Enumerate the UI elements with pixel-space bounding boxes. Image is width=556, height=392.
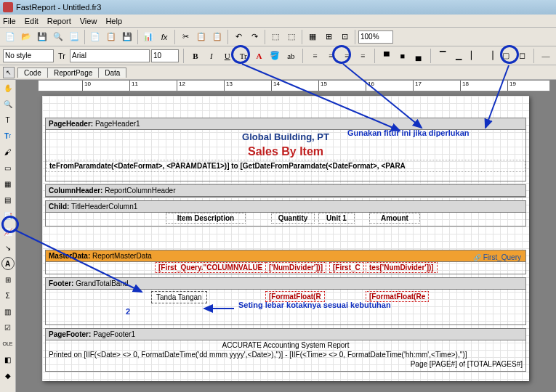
menu-file[interactable]: File	[3, 17, 16, 25]
font-select[interactable]	[70, 49, 150, 62]
gradient-tool-icon[interactable]: ◧	[1, 353, 15, 366]
page-setup-icon[interactable]: 📋	[104, 30, 118, 44]
cut-icon[interactable]: ✂	[178, 30, 193, 44]
fill-color-button[interactable]: 🪣	[268, 49, 283, 63]
page-header-band[interactable]: PageHeader: PageHeader1 Global Building,…	[45, 118, 526, 181]
border-top-button[interactable]: ▔	[435, 49, 450, 63]
check-tool-icon[interactable]: ☑	[1, 321, 15, 334]
footer-field-2[interactable]: [FormatFloat(Re	[366, 291, 429, 302]
lines-tool-icon[interactable]: ↘	[1, 241, 15, 254]
fx-icon[interactable]: fx	[157, 30, 172, 44]
menu-edit[interactable]: Edit	[25, 17, 39, 25]
page-count-expr[interactable]: Page [PAGE#] of [TOTALPAGES#]	[46, 359, 525, 369]
size-select[interactable]	[151, 49, 179, 62]
column-header-band[interactable]: ColumnHeader: ReportColumnHeader	[45, 184, 526, 197]
align-justify-button[interactable]: ≡	[355, 49, 370, 63]
shape-tool-icon[interactable]: ◆	[1, 369, 15, 382]
new-icon[interactable]: 📄	[3, 30, 17, 44]
italic-button[interactable]: I	[204, 49, 219, 63]
master-field-3[interactable]: [First_C	[329, 262, 364, 273]
chart-tool-icon[interactable]: 📈	[1, 225, 15, 238]
report-title[interactable]: Sales By Item	[46, 144, 525, 160]
align-right-button[interactable]: ≡	[339, 49, 354, 63]
grid-icon[interactable]: ▦	[305, 30, 320, 44]
underline-button[interactable]: U	[220, 49, 235, 63]
condense-button[interactable]: Tr	[236, 49, 251, 63]
border-bottom-button[interactable]: ▁	[451, 49, 466, 63]
text-tool-icon[interactable]: T	[1, 113, 15, 126]
col-quantity[interactable]: Quantity	[271, 213, 315, 224]
style-select[interactable]	[3, 49, 54, 62]
ungroup-icon[interactable]: ⬚	[284, 30, 299, 44]
footer-band[interactable]: Footer: GrandTotalBand Tanda Tangan [For…	[45, 277, 526, 325]
menu-help[interactable]: Help	[105, 17, 122, 25]
band-header: MasterData: ReportMasterData First_Query	[46, 250, 525, 262]
sigma-tool-icon[interactable]: Σ	[1, 289, 15, 302]
dataset-link[interactable]: First_Query	[473, 253, 521, 261]
report-page[interactable]: PageHeader: PageHeader1 Global Building,…	[42, 96, 529, 381]
zoom-tool-icon[interactable]: 🔍	[1, 97, 15, 110]
table-tool-icon[interactable]: ▦	[1, 177, 15, 190]
accurate-label[interactable]: ACCURATE Accounting System Report	[46, 340, 525, 350]
fit-icon[interactable]: ⊡	[337, 30, 352, 44]
page-footer-band[interactable]: PageFooter: PageFooter1 ACCURATE Account…	[45, 328, 526, 372]
vars-icon[interactable]: 📊	[141, 30, 156, 44]
format-text-icon[interactable]: Tr	[1, 129, 15, 142]
snap-icon[interactable]: ⊞	[321, 30, 336, 44]
company-label[interactable]: Global Building, PT	[46, 130, 525, 144]
open-icon[interactable]: 📂	[19, 30, 33, 44]
tab-data[interactable]: Data	[98, 68, 126, 78]
menu-report[interactable]: Report	[47, 17, 71, 25]
other1-tool-icon[interactable]: ⊞	[1, 273, 15, 286]
printed-on-expr[interactable]: Printed on [IIF(<Date> <> 0, FormatDateT…	[46, 350, 525, 359]
valign-top-button[interactable]: ▀	[379, 49, 394, 63]
pointer-icon[interactable]: ↖	[3, 67, 15, 78]
border-right-button[interactable]: ▕	[483, 49, 497, 63]
preview-icon[interactable]: 🔍	[51, 30, 65, 44]
master-field-2[interactable]: ['NumDivider'])]	[265, 262, 326, 273]
menu-view[interactable]: View	[80, 17, 97, 25]
col-unit[interactable]: Unit 1	[318, 213, 355, 224]
border-none-button[interactable]: ◻	[515, 49, 529, 63]
valign-mid-button[interactable]: ■	[395, 49, 410, 63]
zoom-input[interactable]	[358, 30, 393, 44]
font-color-button[interactable]: A	[252, 49, 267, 63]
highlight-button[interactable]: ab	[283, 49, 298, 63]
align-center-button[interactable]: ≡	[323, 49, 338, 63]
copy-icon[interactable]: 📋	[194, 30, 209, 44]
signature-box[interactable]: Tanda Tangan	[151, 291, 207, 303]
a-tool-icon[interactable]: A	[1, 257, 15, 270]
cursor-tool-icon[interactable]: ✋	[1, 81, 15, 94]
band-header: ColumnHeader: ReportColumnHeader	[46, 185, 525, 197]
master-field-4[interactable]: tes['NumDivider'])]	[366, 262, 438, 273]
paste-icon[interactable]: 📋	[210, 30, 225, 44]
tab-reportpage[interactable]: ReportPage	[47, 68, 99, 78]
band-tool-icon[interactable]: ▭	[1, 161, 15, 174]
redo-icon[interactable]: ↷	[247, 30, 262, 44]
subreport-tool-icon[interactable]: 📑	[1, 209, 15, 222]
border-left-button[interactable]: ▏	[467, 49, 481, 63]
undo-icon[interactable]: ↶	[231, 30, 246, 44]
crosstab-tool-icon[interactable]: ▤	[1, 193, 15, 206]
border-all-button[interactable]: ▢	[499, 49, 513, 63]
brush-tool-icon[interactable]: 🖌	[1, 145, 15, 158]
child-band[interactable]: Child: TitleHeaderColumn1 Item Descripti…	[45, 200, 526, 226]
footer-field-1[interactable]: [FormatFloat(R	[265, 291, 325, 302]
ole-tool-icon[interactable]: OLE	[1, 337, 15, 350]
tab-code[interactable]: Code	[17, 68, 48, 78]
col-amount[interactable]: Amount	[369, 213, 420, 224]
master-data-band[interactable]: MasterData: ReportMasterData First_Query…	[45, 250, 526, 274]
col-item-desc[interactable]: Item Description	[166, 213, 246, 224]
align-left-button[interactable]: ≡	[307, 49, 322, 63]
valign-bot-button[interactable]: ▄	[411, 49, 426, 63]
save-icon[interactable]: 💾	[35, 30, 49, 44]
date-expression[interactable]: teFromParamdate(<DateFormat>, <PARAMDATE…	[46, 160, 525, 172]
barcode-tool-icon[interactable]: ▥	[1, 305, 15, 318]
bold-button[interactable]: B	[188, 49, 203, 63]
page-new-icon[interactable]: 📄	[88, 30, 102, 44]
line-style-button[interactable]: —	[539, 49, 553, 63]
master-field-1[interactable]: [First_Query."COLUMNVALUE	[155, 262, 266, 273]
save-all-icon[interactable]: 💾	[120, 30, 134, 44]
page-icon[interactable]: 📃	[67, 30, 81, 44]
group-icon[interactable]: ⬚	[268, 30, 283, 44]
